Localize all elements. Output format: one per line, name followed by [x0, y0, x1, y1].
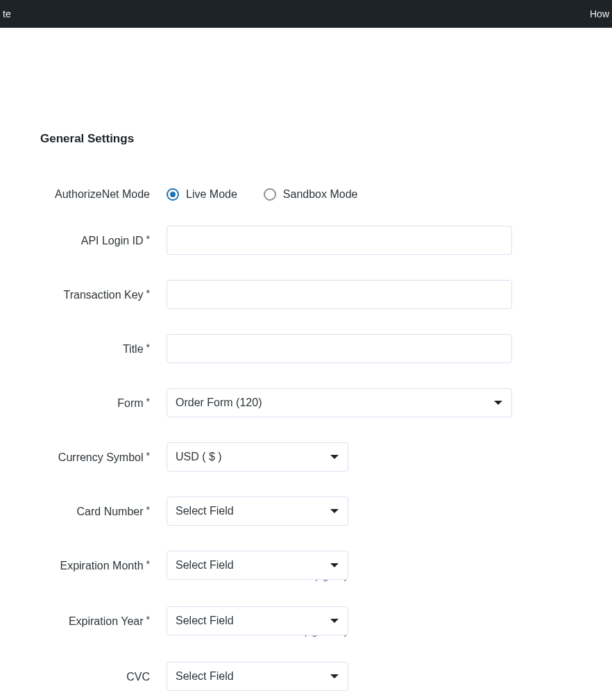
label-cvc: CVC [28, 670, 167, 683]
cvc-select-wrapper: Select Field [167, 662, 348, 691]
title-input[interactable] [167, 334, 512, 363]
label-transaction-key: Transaction Key* [28, 288, 167, 301]
label-api-login-id-text: API Login ID [81, 235, 144, 247]
expiration-month-select-wrapper: Select Field [167, 551, 348, 580]
label-expiration-year-text: Expiration Year [69, 615, 144, 627]
label-currency-symbol: Currency Symbol* [28, 451, 167, 464]
row-card-number: Card Number* Select Field [28, 497, 584, 526]
settings-panel: General Settings AuthorizeNet Mode Live … [0, 28, 612, 700]
expiration-year-select-value: Select Field [176, 615, 234, 627]
section-title: General Settings [40, 132, 584, 146]
expiration-year-select[interactable]: Select Field [167, 606, 348, 635]
form-select-value: Order Form (120) [176, 397, 262, 409]
api-login-id-input[interactable] [167, 226, 512, 255]
radio-dot-icon [167, 188, 179, 201]
radio-live-label: Live Mode [186, 188, 237, 201]
label-title-text: Title [123, 343, 144, 355]
radio-sandbox-label: Sandbox Mode [283, 188, 358, 201]
expiration-month-select[interactable]: Select Field [167, 551, 348, 580]
required-mark: * [146, 396, 150, 407]
currency-select-wrapper: USD ( $ ) [167, 442, 348, 472]
required-mark: * [146, 233, 150, 244]
card-number-select-value: Select Field [176, 505, 234, 517]
currency-select-value: USD ( $ ) [176, 451, 222, 463]
label-title: Title* [28, 342, 167, 356]
expiration-month-select-value: Select Field [176, 559, 234, 572]
row-form: Form* Order Form (120) [28, 388, 584, 417]
row-expiration-month: Expiration Month* Select Field [28, 551, 584, 580]
row-title: Title* [28, 334, 584, 363]
mode-radio-group: Live Mode Sandbox Mode [167, 188, 357, 201]
label-transaction-key-text: Transaction Key [64, 289, 144, 301]
label-form: Form* [28, 397, 167, 410]
required-mark: * [146, 614, 150, 625]
label-currency-symbol-text: Currency Symbol [58, 451, 144, 463]
admin-topbar: te How [0, 0, 612, 28]
cvc-select-value: Select Field [176, 670, 234, 683]
radio-circle-icon [264, 188, 276, 201]
required-mark: * [146, 342, 150, 353]
label-card-number-text: Card Number [77, 506, 144, 517]
expiration-year-select-wrapper: Select Field [167, 606, 348, 635]
label-authorizenet-mode-text: AuthorizeNet Mode [55, 188, 150, 200]
row-cvc: CVC Select Field [28, 662, 584, 691]
radio-live-mode[interactable]: Live Mode [167, 188, 237, 201]
label-expiration-month: Expiration Month* [28, 559, 167, 572]
label-authorizenet-mode: AuthorizeNet Mode [28, 188, 167, 201]
label-api-login-id: API Login ID* [28, 234, 167, 247]
card-number-select[interactable]: Select Field [167, 497, 348, 526]
required-mark: * [146, 288, 150, 299]
label-expiration-month-text: Expiration Month [60, 560, 143, 572]
required-mark: * [146, 450, 150, 461]
card-number-select-wrapper: Select Field [167, 497, 348, 526]
label-expiration-year: Expiration Year* [28, 615, 167, 628]
row-authorizenet-mode: AuthorizeNet Mode Live Mode Sandbox Mode [28, 188, 584, 201]
transaction-key-input[interactable] [167, 280, 512, 309]
required-mark: * [146, 558, 150, 569]
form-select[interactable]: Order Form (120) [167, 388, 512, 417]
topbar-left-fragment: te [3, 8, 11, 19]
topbar-right-fragment: How [590, 8, 609, 19]
currency-symbol-select[interactable]: USD ( $ ) [167, 442, 348, 472]
form-select-wrapper: Order Form (120) [167, 388, 512, 417]
radio-sandbox-mode[interactable]: Sandbox Mode [264, 188, 358, 201]
row-transaction-key: Transaction Key* [28, 280, 584, 309]
required-mark: * [146, 504, 150, 515]
row-expiration-year: Expiration Year* Select Field [28, 606, 584, 635]
cvc-select[interactable]: Select Field [167, 662, 348, 691]
row-currency-symbol: Currency Symbol* USD ( $ ) [28, 442, 584, 472]
label-card-number: Card Number* [28, 505, 167, 518]
label-cvc-text: CVC [126, 671, 150, 683]
label-form-text: Form [117, 397, 143, 409]
row-api-login-id: API Login ID* [28, 226, 584, 255]
